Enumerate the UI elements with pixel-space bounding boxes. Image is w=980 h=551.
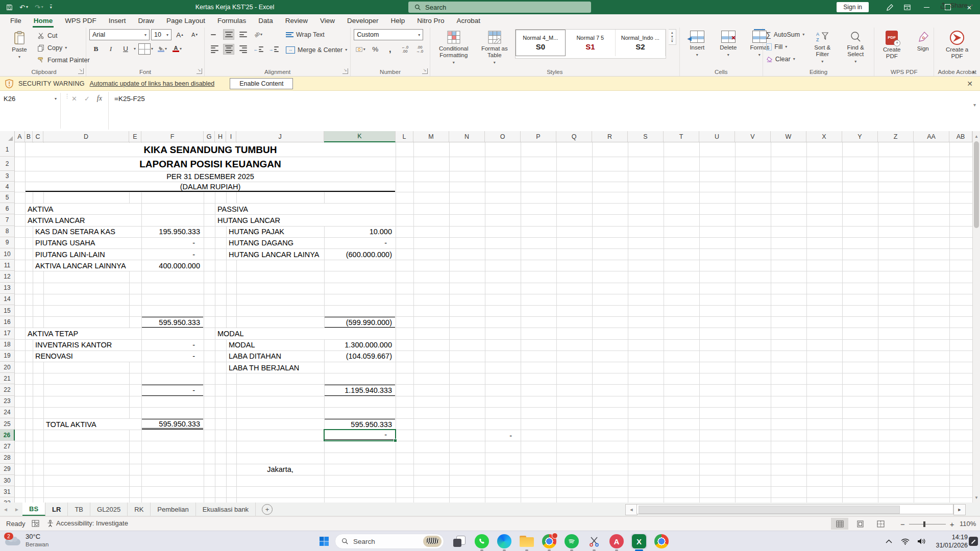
column-header-O[interactable]: O xyxy=(485,131,521,142)
font-name-combo[interactable]: Arial▾ xyxy=(89,29,150,40)
vertical-scrollbar[interactable]: ▲ ▼ xyxy=(972,131,980,503)
warning-close-icon[interactable]: ✕ xyxy=(967,80,973,88)
zoom-slider[interactable] xyxy=(909,524,946,524)
task-view-icon[interactable] xyxy=(451,534,468,549)
cell-J29[interactable]: Jakarta, xyxy=(237,464,324,475)
title-search-box[interactable]: Search xyxy=(408,2,591,13)
row-header-2[interactable]: 2 xyxy=(0,157,15,171)
conditional-formatting-button[interactable]: Conditional Formatting ▾ xyxy=(433,29,474,67)
cell-B3[interactable]: PER 31 DESEMBER 2025 xyxy=(26,171,395,182)
column-header-AB[interactable]: AB xyxy=(949,131,972,142)
macro-record-icon[interactable] xyxy=(32,520,39,527)
column-header-Q[interactable]: Q xyxy=(556,131,592,142)
column-header-M[interactable]: M xyxy=(413,131,449,142)
row-header-19[interactable]: 19 xyxy=(0,350,15,362)
column-header-G[interactable]: G xyxy=(204,131,215,142)
align-bottom-button[interactable] xyxy=(236,29,250,40)
number-format-combo[interactable]: Custom▾ xyxy=(354,29,423,40)
row-header-9[interactable]: 9 xyxy=(0,237,15,248)
whatsapp-icon[interactable] xyxy=(474,534,490,549)
taskbar-search[interactable]: Search xyxy=(335,534,444,549)
number-dialog-launcher[interactable]: ↘ xyxy=(422,68,428,74)
styles-gallery-scroll[interactable]: ▴▾▾ xyxy=(669,29,676,45)
format-painter-button[interactable]: Format Painter xyxy=(36,55,90,65)
excel-icon[interactable]: X xyxy=(631,534,647,549)
row-header-11[interactable]: 11 xyxy=(0,260,15,271)
row-header-23[interactable]: 23 xyxy=(0,396,15,407)
zoom-level[interactable]: 110% xyxy=(960,520,976,528)
cell-C19[interactable]: RENOVASI xyxy=(33,351,141,362)
row-header-7[interactable]: 7 xyxy=(0,214,15,226)
ink-pen-icon[interactable] xyxy=(881,0,898,14)
column-header-A[interactable]: A xyxy=(15,131,25,142)
cell-C10[interactable]: PIUTANG LAIN-LAIN xyxy=(33,249,141,260)
row-header-18[interactable]: 18 xyxy=(0,339,15,350)
collapse-ribbon-icon[interactable]: ▴ xyxy=(972,68,975,74)
decrease-decimal-button[interactable]: .00→.0 xyxy=(413,44,426,55)
row-header-25[interactable]: 25 xyxy=(0,418,15,430)
sheet-tab-bs[interactable]: BS xyxy=(22,503,45,516)
save-icon[interactable] xyxy=(6,4,13,11)
minimize-button[interactable] xyxy=(916,0,937,14)
column-header-F[interactable]: F xyxy=(141,131,204,142)
column-header-B[interactable]: B xyxy=(25,131,33,142)
grid-canvas[interactable]: KIKA SENANDUNG TUMBUHLAPORAN POSISI KEUA… xyxy=(0,142,972,503)
cell-K19[interactable]: (104.059.667) xyxy=(325,351,395,362)
cell-style-s2[interactable]: Normal_Indo ...S2 xyxy=(616,30,666,56)
cell-K25[interactable]: 595.950.333 xyxy=(325,419,395,430)
formula-bar-grip[interactable]: ⋮ xyxy=(64,95,66,97)
fill-button[interactable]: ↓ Fill ▾ xyxy=(766,41,804,52)
cell-F19[interactable]: - xyxy=(142,351,203,362)
sheet-nav-left-icon[interactable]: ◄ xyxy=(0,503,11,516)
sheet-tab-rk[interactable]: RK xyxy=(128,503,151,516)
cell-H6[interactable]: PASSIVA xyxy=(215,204,395,214)
cell-F10[interactable]: - xyxy=(142,249,203,260)
clipboard-dialog-launcher[interactable]: ↘ xyxy=(78,68,84,74)
row-header-24[interactable]: 24 xyxy=(0,407,15,418)
name-box[interactable]: K26 ▾ xyxy=(0,92,60,105)
normal-view-button[interactable] xyxy=(831,518,848,530)
font-dialog-launcher[interactable]: ↘ xyxy=(197,68,202,74)
chrome-secondary-icon[interactable] xyxy=(653,534,670,549)
wrap-text-button[interactable]: Wrap Text xyxy=(286,29,347,40)
borders-button[interactable]: ▾ xyxy=(137,43,154,54)
ribbon-tab-wps-pdf[interactable]: WPS PDF xyxy=(59,14,103,28)
sheet-tab-gl2025[interactable]: GL2025 xyxy=(90,503,128,516)
cell-B2[interactable]: LAPORAN POSISI KEUANGAN xyxy=(26,157,395,171)
create-a-pdf-button[interactable]: Create a PDF xyxy=(937,29,977,61)
cell-I20[interactable]: LABA TH BERJALAN xyxy=(227,362,324,373)
paste-button[interactable]: Paste ▾ xyxy=(5,29,34,61)
cell-H7[interactable]: HUTANG LANCAR xyxy=(215,215,395,226)
align-middle-button[interactable] xyxy=(223,29,234,40)
ribbon-display-options-icon[interactable] xyxy=(898,0,916,14)
cell-I19[interactable]: LABA DITAHAN xyxy=(227,351,324,362)
start-button[interactable] xyxy=(317,535,331,548)
customize-qat-icon[interactable]: ▾ xyxy=(50,5,52,10)
cell-I8[interactable]: HUTANG PAJAK xyxy=(227,227,324,237)
cell-style-s0[interactable]: Normal 4_M...S0 xyxy=(516,30,566,56)
cell-B17[interactable]: AKTIVA TETAP xyxy=(26,328,141,339)
alignment-dialog-launcher[interactable]: ↘ xyxy=(342,68,348,74)
row-header-1[interactable]: 1 xyxy=(0,142,15,157)
ribbon-tab-draw[interactable]: Draw xyxy=(132,14,161,28)
cell-F22[interactable]: - xyxy=(142,385,203,395)
tray-chevron[interactable] xyxy=(881,531,896,551)
column-header-W[interactable]: W xyxy=(771,131,806,142)
cell-F25[interactable]: 595.950.333 xyxy=(142,419,203,430)
chrome-icon[interactable] xyxy=(541,534,557,549)
share-button[interactable]: Share ▾ xyxy=(940,2,973,9)
insert-cells-button[interactable]: ◀ Insert ▾ xyxy=(683,29,712,59)
select-all-corner[interactable] xyxy=(0,131,15,142)
row-header-17[interactable]: 17 xyxy=(0,328,15,339)
row-header-15[interactable]: 15 xyxy=(0,305,15,316)
ribbon-tab-developer[interactable]: Developer xyxy=(341,14,385,28)
cell-K16[interactable]: (599.990.000) xyxy=(325,317,395,328)
enable-content-button[interactable]: Enable Content xyxy=(230,78,293,89)
expand-formula-bar-icon[interactable]: ▾ xyxy=(973,102,976,108)
snipping-tool-icon[interactable] xyxy=(586,534,602,549)
row-header-4[interactable]: 4 xyxy=(0,182,15,192)
grow-font-button[interactable]: A▴ xyxy=(173,30,186,40)
row-header-21[interactable]: 21 xyxy=(0,373,15,384)
column-header-C[interactable]: C xyxy=(33,131,43,142)
column-header-K[interactable]: K xyxy=(324,131,396,142)
